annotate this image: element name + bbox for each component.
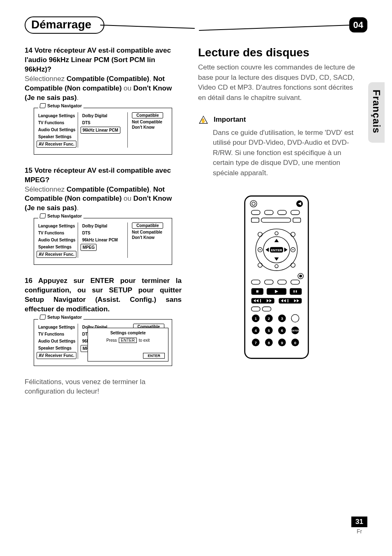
svg-rect-39 [256, 290, 258, 292]
nav1-mid-item: DTS [81, 119, 126, 126]
nav3-settings-complete-overlay: Settings complete Press ENTER to exit EN… [88, 328, 168, 361]
nav1-left-column: Language Settings TV Functions Audio Out… [37, 112, 76, 148]
nav2-mid-item: DTS [81, 229, 126, 236]
question-14-prefix: Sélectionnez [25, 75, 67, 83]
svg-point-33 [299, 275, 302, 278]
svg-point-31 [275, 264, 278, 268]
nav3-left-item: TV Functions [37, 331, 76, 338]
nav2-right-item: Not Compatible [132, 229, 167, 235]
question-16-text: 16 Appuyez sur ENTER pour terminer la co… [25, 277, 182, 313]
svg-rect-44 [296, 290, 297, 292]
svg-rect-11 [291, 210, 300, 215]
important-text: Dans ce guide d'utilisation, le terme 'D… [213, 128, 355, 178]
nav1-right-item-selected: Compatible [132, 112, 163, 118]
nav2-left-column: Language Settings TV Functions Audio Out… [37, 222, 76, 258]
svg-rect-43 [293, 290, 295, 292]
nav3-overlay-line1: Settings complete [90, 331, 166, 335]
nav2-left-item-selected: AV Receiver Func. [37, 251, 76, 258]
important-label: Important [214, 116, 246, 124]
nav2-mid-item: Dolby Digital [81, 222, 126, 229]
question-15-title: 15 Votre récepteur AV est-il compatible … [25, 167, 171, 184]
svg-rect-3 [245, 196, 309, 358]
svg-point-65 [291, 314, 299, 322]
svg-marker-23 [265, 248, 269, 252]
question-16: 16 Appuyez sur ENTER pour terminer la co… [25, 276, 182, 314]
svg-rect-35 [265, 280, 273, 284]
svg-rect-13 [261, 218, 291, 222]
nav2-left-item: TV Functions [37, 229, 76, 236]
question-15-prefix: Sélectionnez [25, 185, 67, 193]
important-row: ✋ Important [198, 115, 355, 125]
page-lang: Fr [351, 528, 367, 535]
nav1-right-column: Compatible Not Compatible Don't Know [127, 112, 169, 148]
chapter-title-pill: Démarrage [25, 16, 104, 34]
remote-enter-label: ENTER [271, 248, 282, 252]
svg-point-5 [252, 202, 255, 205]
divider-line [100, 25, 195, 29]
svg-text:4: 4 [255, 329, 257, 333]
nav3-left-item: Language Settings [37, 324, 76, 331]
nav1-left-item-selected: AV Receiver Func. [37, 141, 76, 148]
nav2-right-column: Compatible Not Compatible Don't Know [127, 222, 169, 258]
setup-navigator-panel-3: Setup Navigator Language Settings TV Fun… [34, 319, 172, 366]
nav2-mid-item-selected: MPEG [81, 244, 97, 251]
left-column: 14 Votre récepteur AV est-il compatible … [25, 46, 182, 396]
nav1-mid-item: Dolby Digital [81, 112, 126, 119]
nav3-left-column: Language Settings TV Functions Audio Out… [37, 324, 76, 359]
nav1-mid-item-selected: 96kHz Linear PCM [81, 127, 120, 134]
chapter-header: Démarrage 04 [25, 16, 367, 34]
nav3-left-item: Speaker Settings [37, 345, 76, 352]
nav3-left-item: Audio Out Settings [37, 338, 76, 345]
nav3-overlay-enter-button: ENTER [143, 353, 165, 359]
svg-text:✋: ✋ [201, 118, 206, 123]
svg-text:9: 9 [281, 341, 283, 345]
nav3-left-item-selected: AV Receiver Func. [37, 352, 76, 359]
setup-navigator-tab: Setup Navigator [38, 213, 83, 218]
nav3-overlay-press-line: Press ENTER to exit [90, 338, 166, 343]
question-14-opt-compatible: Compatible (Compatible) [67, 75, 149, 83]
setup-navigator-panel-1: Setup Navigator Language Settings TV Fun… [34, 108, 172, 155]
svg-text:0: 0 [294, 341, 296, 345]
svg-text:3: 3 [281, 317, 283, 321]
setup-navigator-panel-2: Setup Navigator Language Settings TV Fun… [34, 218, 172, 265]
svg-marker-22 [274, 257, 279, 261]
svg-marker-21 [274, 239, 279, 242]
svg-text:5: 5 [268, 329, 270, 333]
svg-point-4 [250, 200, 257, 207]
nav2-mid-item: 96kHz Linear PCM [81, 236, 126, 243]
chapter-number: 04 [349, 17, 367, 32]
nav1-left-item: Audio Out Settings [37, 126, 76, 133]
svg-point-30 [275, 232, 278, 235]
svg-rect-48 [260, 299, 261, 302]
section-intro-lecture: Cette section couvre les commandes de le… [198, 63, 355, 103]
svg-text:8: 8 [268, 341, 270, 345]
nav2-left-item: Audio Out Settings [37, 236, 76, 243]
svg-text:1: 1 [255, 317, 257, 321]
question-14-title: 14 Votre récepteur AV est-il compatible … [25, 46, 171, 73]
svg-rect-37 [291, 280, 300, 284]
question-15-opt-compatible: Compatible (Compatible) [67, 185, 149, 193]
nav1-right-item: Not Compatible [132, 119, 167, 125]
svg-point-20 [291, 263, 295, 267]
nav2-left-item: Language Settings [37, 222, 76, 229]
svg-rect-58 [262, 307, 271, 311]
svg-rect-54 [288, 299, 288, 302]
svg-point-17 [258, 232, 263, 236]
svg-point-29 [293, 249, 294, 250]
question-15: 15 Votre récepteur AV est-il compatible … [25, 166, 182, 213]
remote-control-illustration: ENTER [244, 195, 309, 359]
important-icon: ✋ [198, 115, 209, 125]
nav1-right-item: Don't Know [132, 125, 167, 130]
svg-text:7: 7 [255, 341, 257, 345]
nav2-right-item: Don't Know [132, 235, 167, 240]
svg-rect-8 [251, 210, 260, 215]
nav1-left-item: TV Functions [37, 119, 76, 126]
chapter-title: Démarrage [25, 16, 104, 34]
svg-rect-12 [251, 218, 259, 222]
svg-rect-57 [251, 307, 260, 311]
page-number: 31 [351, 517, 367, 527]
svg-rect-34 [251, 280, 260, 284]
nav1-mid-column: Dolby Digital DTS 96kHz Linear PCM [78, 112, 126, 148]
svg-point-27 [260, 249, 261, 250]
nav2-mid-column: Dolby Digital DTS 96kHz Linear PCM MPEG [78, 222, 126, 258]
